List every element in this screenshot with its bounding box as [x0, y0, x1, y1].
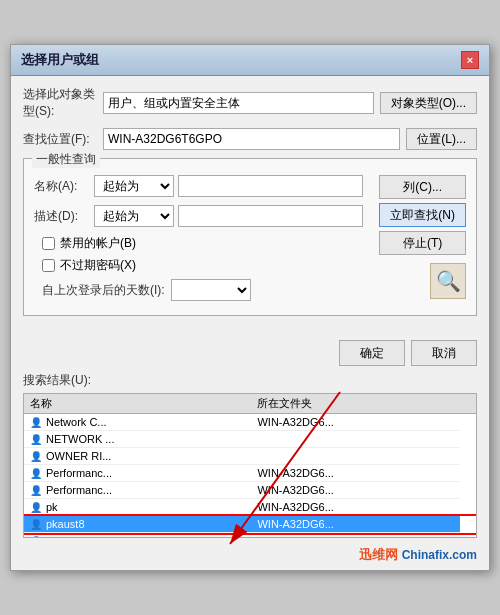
name-row: 名称(A): 起始为: [34, 175, 363, 197]
section-inner: 名称(A): 起始为 描述(D): 起始为: [34, 175, 466, 307]
dialog-action-buttons: 确定 取消: [11, 334, 489, 372]
table-row[interactable]: 👤NETWORK ...: [24, 431, 476, 448]
watermark-xw: 迅维网: [359, 546, 398, 564]
side-buttons: 列(C)... 立即查找(N) 停止(T) 🔍: [379, 175, 466, 307]
cell-folder: [251, 448, 460, 465]
cell-name: 👤Performanc...: [24, 482, 251, 499]
cell-folder: WIN-A32DG6...: [251, 516, 460, 533]
location-row: 查找位置(F): 位置(L)...: [23, 128, 477, 150]
location-label: 查找位置(F):: [23, 131, 103, 148]
location-input[interactable]: [103, 128, 400, 150]
results-section: 搜索结果(U): 名称 所在文件夹 👤Network C...WIN-A32DG…: [11, 372, 489, 542]
location-button[interactable]: 位置(L)...: [406, 128, 477, 150]
object-types-button[interactable]: 对象类型(O)...: [380, 92, 477, 114]
results-data-table: 名称 所在文件夹 👤Network C...WIN-A32DG6...👤NETW…: [24, 394, 476, 538]
cell-name: 👤OWNER RI...: [24, 448, 251, 465]
desc-label: 描述(D):: [34, 208, 94, 225]
cell-name: 👤pk: [24, 499, 251, 516]
cell-name: 👤Network C...: [24, 414, 251, 431]
desc-input[interactable]: [178, 205, 363, 227]
query-and-buttons: 名称(A): 起始为 描述(D): 起始为: [34, 175, 466, 307]
disabled-accounts-label: 禁用的帐户(B): [60, 235, 136, 252]
results-label: 搜索结果(U):: [23, 372, 477, 389]
days-select[interactable]: [171, 279, 251, 301]
cell-folder: WIN-A32DG6...: [251, 533, 460, 539]
table-row[interactable]: 👤pkaust8WIN-A32DG6...: [24, 516, 476, 533]
table-row[interactable]: 👤Network C...WIN-A32DG6...: [24, 414, 476, 431]
col-name-header: 名称: [24, 394, 251, 414]
col-folder-header: 所在文件夹: [251, 394, 460, 414]
disabled-accounts-checkbox[interactable]: [42, 237, 55, 250]
object-types-row: 选择此对象类型(S): 对象类型(O)...: [23, 86, 477, 120]
select-user-dialog: 选择用户或组 × 选择此对象类型(S): 对象类型(O)... 查找位置(F):…: [10, 44, 490, 571]
cell-folder: WIN-A32DG6...: [251, 414, 460, 431]
cell-folder: WIN-A32DG6...: [251, 465, 460, 482]
object-types-label: 选择此对象类型(S):: [23, 86, 103, 120]
name-label: 名称(A):: [34, 178, 94, 195]
days-row: 自上次登录后的天数(I):: [42, 279, 363, 301]
name-select[interactable]: 起始为: [94, 175, 174, 197]
results-table[interactable]: 名称 所在文件夹 👤Network C...WIN-A32DG6...👤NETW…: [23, 393, 477, 538]
cell-name: 👤pkaust8: [24, 516, 251, 533]
ok-button[interactable]: 确定: [339, 340, 405, 366]
dialog-body: 选择此对象类型(S): 对象类型(O)... 查找位置(F): 位置(L)...…: [11, 76, 489, 334]
cell-folder: WIN-A32DG6...: [251, 482, 460, 499]
name-input[interactable]: [178, 175, 363, 197]
no-expire-password-checkbox[interactable]: [42, 259, 55, 272]
cell-folder: WIN-A32DG6...: [251, 499, 460, 516]
checkbox-disabled: 禁用的帐户(B): [42, 235, 363, 252]
table-row[interactable]: 👤OWNER RI...: [24, 448, 476, 465]
title-bar: 选择用户或组 ×: [11, 45, 489, 76]
table-row[interactable]: 👤pkWIN-A32DG6...: [24, 499, 476, 516]
desc-select[interactable]: 起始为: [94, 205, 174, 227]
search-person-icon: 🔍: [430, 263, 466, 299]
dialog-title: 选择用户或组: [21, 51, 99, 69]
general-query-section: 一般性查询 名称(A): 起始为: [23, 158, 477, 316]
search-now-button[interactable]: 立即查找(N): [379, 203, 466, 227]
section-title: 一般性查询: [32, 151, 100, 168]
search-icon-container: 🔍: [379, 263, 466, 299]
query-fields: 名称(A): 起始为 描述(D): 起始为: [34, 175, 363, 307]
watermark: 迅维网 Chinafix.com: [11, 542, 489, 570]
column-button[interactable]: 列(C)...: [379, 175, 466, 199]
cell-name: 👤NETWORK ...: [24, 431, 251, 448]
close-button[interactable]: ×: [461, 51, 479, 69]
cell-name: 👤Performanc...: [24, 465, 251, 482]
watermark-cf: Chinafix.com: [402, 548, 477, 562]
days-label: 自上次登录后的天数(I):: [42, 282, 165, 299]
table-row[interactable]: 👤Performanc...WIN-A32DG6...: [24, 465, 476, 482]
object-types-input[interactable]: [103, 92, 374, 114]
cancel-button[interactable]: 取消: [411, 340, 477, 366]
no-expire-label: 不过期密码(X): [60, 257, 136, 274]
cell-folder: [251, 431, 460, 448]
desc-row: 描述(D): 起始为: [34, 205, 363, 227]
cell-name: 👤Power Users: [24, 533, 251, 539]
table-row[interactable]: 👤Power UsersWIN-A32DG6...: [24, 533, 476, 539]
stop-button[interactable]: 停止(T): [379, 231, 466, 255]
table-row[interactable]: 👤Performanc...WIN-A32DG6...: [24, 482, 476, 499]
scrollbar-spacer: [460, 394, 476, 414]
checkbox-noexpire: 不过期密码(X): [42, 257, 363, 274]
